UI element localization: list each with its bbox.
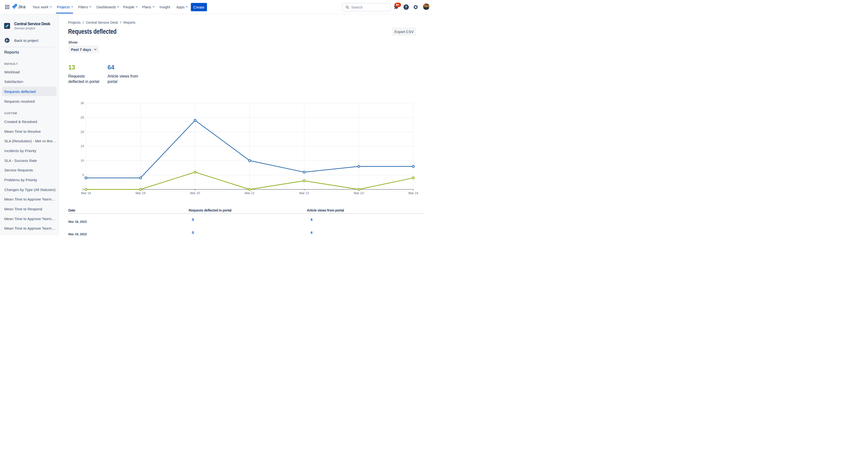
svg-text:20: 20: [81, 130, 84, 134]
svg-text:10: 10: [81, 159, 84, 163]
svg-text:25: 25: [81, 116, 84, 119]
svg-text:30: 30: [81, 101, 84, 105]
svg-text:Mar 22: Mar 22: [299, 191, 309, 195]
svg-text:15: 15: [81, 144, 84, 148]
svg-text:Mar 21: Mar 21: [245, 191, 254, 195]
svg-text:Mar 19: Mar 19: [135, 191, 146, 195]
svg-text:0: 0: [82, 187, 84, 191]
svg-text:Mar 23: Mar 23: [354, 191, 364, 195]
svg-text:Mar 24: Mar 24: [408, 191, 418, 195]
svg-text:5: 5: [82, 173, 84, 177]
svg-text:Mar 20: Mar 20: [190, 191, 200, 195]
svg-text:Mar 18: Mar 18: [81, 191, 91, 195]
